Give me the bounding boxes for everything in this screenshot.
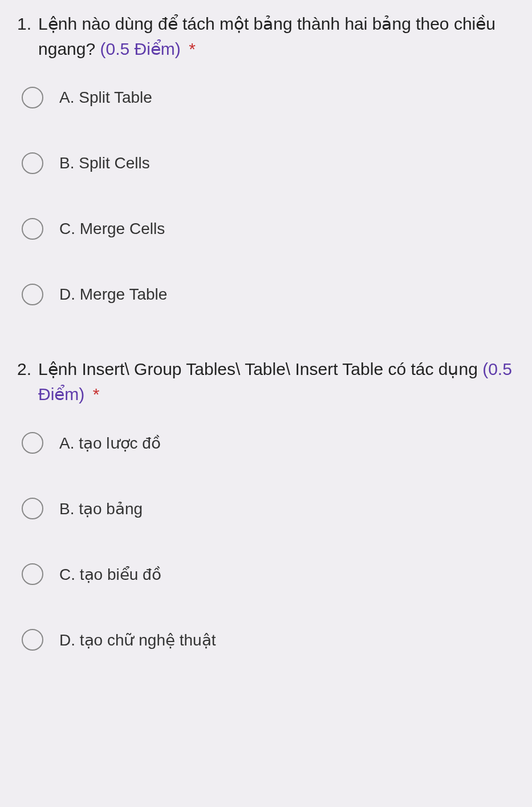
question-2-option-c[interactable]: C. tạo biểu đồ <box>22 563 515 585</box>
radio-icon[interactable] <box>22 218 43 240</box>
question-2-required: * <box>93 385 100 404</box>
question-1-option-b[interactable]: B. Split Cells <box>22 152 515 174</box>
radio-icon[interactable] <box>22 432 43 454</box>
question-1-option-a[interactable]: A. Split Table <box>22 87 515 108</box>
option-label: D. tạo chữ nghệ thuật <box>59 631 216 649</box>
radio-icon[interactable] <box>22 498 43 519</box>
radio-icon[interactable] <box>22 87 43 108</box>
option-label: A. tạo lược đồ <box>59 434 161 453</box>
question-2-option-b[interactable]: B. tạo bảng <box>22 498 515 519</box>
question-1-text-wrapper: Lệnh nào dùng để tách một bảng thành hai… <box>38 11 515 61</box>
question-1-option-c[interactable]: C. Merge Cells <box>22 218 515 240</box>
option-label: B. tạo bảng <box>59 499 143 518</box>
question-1-number: 1. <box>17 11 31 37</box>
question-2-option-d[interactable]: D. tạo chữ nghệ thuật <box>22 629 515 651</box>
question-2: 2. Lệnh Insert\ Group Tables\ Table\ Ins… <box>17 357 515 651</box>
question-2-text: Lệnh Insert\ Group Tables\ Table\ Insert… <box>38 360 478 378</box>
question-2-option-a[interactable]: A. tạo lược đồ <box>22 432 515 454</box>
question-1-option-d[interactable]: D. Merge Table <box>22 284 515 305</box>
question-2-header: 2. Lệnh Insert\ Group Tables\ Table\ Ins… <box>17 357 515 406</box>
question-1-options: A. Split Table B. Split Cells C. Merge C… <box>17 87 515 305</box>
question-2-text-wrapper: Lệnh Insert\ Group Tables\ Table\ Insert… <box>38 357 515 406</box>
option-label: C. tạo biểu đồ <box>59 565 161 584</box>
question-1-header: 1. Lệnh nào dùng để tách một bảng thành … <box>17 11 515 61</box>
option-label: D. Merge Table <box>59 285 167 304</box>
option-label: C. Merge Cells <box>59 220 165 238</box>
radio-icon[interactable] <box>22 284 43 305</box>
option-label: B. Split Cells <box>59 154 150 172</box>
radio-icon[interactable] <box>22 152 43 174</box>
question-1-required: * <box>189 39 196 58</box>
option-label: A. Split Table <box>59 88 152 107</box>
question-2-options: A. tạo lược đồ B. tạo bảng C. tạo biểu đ… <box>17 432 515 651</box>
question-1: 1. Lệnh nào dùng để tách một bảng thành … <box>17 11 515 305</box>
radio-icon[interactable] <box>22 563 43 585</box>
question-1-points: (0.5 Điểm) <box>100 39 180 58</box>
question-2-number: 2. <box>17 357 31 382</box>
radio-icon[interactable] <box>22 629 43 651</box>
